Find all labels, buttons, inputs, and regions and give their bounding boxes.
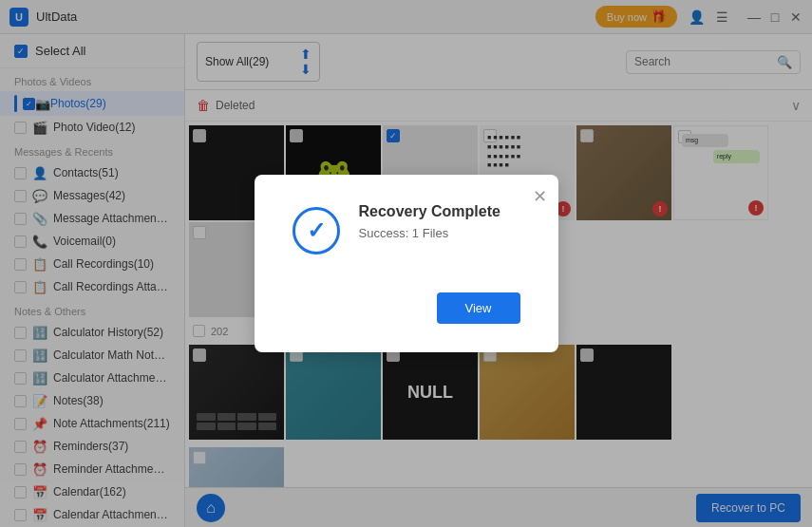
success-checkmark-icon: [293, 207, 340, 254]
recovery-complete-modal: ✕ Recovery Complete Success: 1 Files Vie…: [255, 175, 558, 352]
modal-view-button[interactable]: View: [437, 292, 520, 324]
modal-subtitle: Success: 1 Files: [359, 226, 500, 240]
modal-overlay: ✕ Recovery Complete Success: 1 Files Vie…: [0, 0, 812, 527]
modal-text: Recovery Complete Success: 1 Files: [359, 203, 500, 240]
modal-body: Recovery Complete Success: 1 Files: [293, 203, 520, 254]
modal-close-button[interactable]: ✕: [533, 186, 547, 207]
modal-title: Recovery Complete: [359, 203, 500, 220]
